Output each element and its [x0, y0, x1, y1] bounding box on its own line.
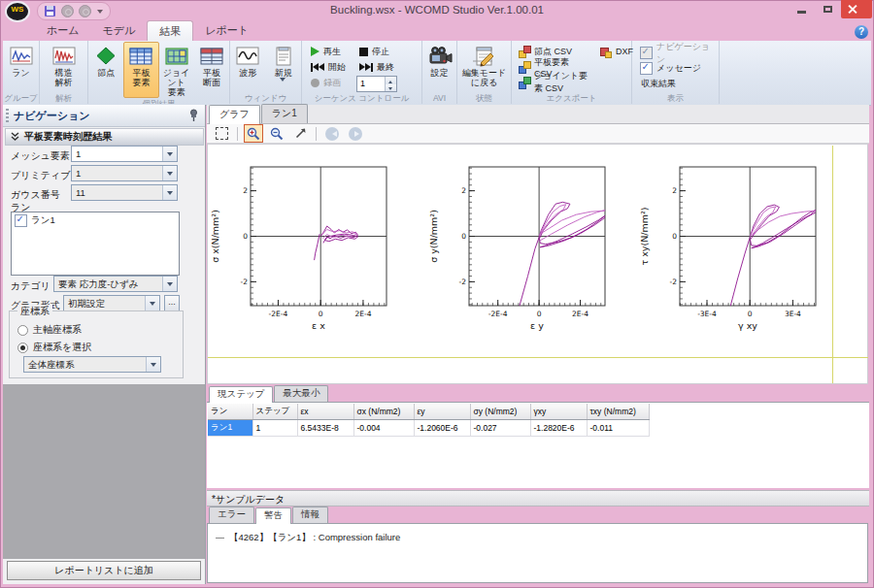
- select-coordinate-radio[interactable]: 座標系を選択: [17, 341, 91, 354]
- principal-axis-radio[interactable]: 主軸座標系: [17, 323, 82, 337]
- zoom-in-tool-button[interactable]: [244, 124, 263, 143]
- table-header-cell[interactable]: ラン: [208, 404, 252, 420]
- add-to-report-list-button[interactable]: レポートリストに追加: [7, 561, 201, 580]
- table-header-cell[interactable]: σx (N/mm2): [353, 404, 414, 420]
- run-list-item[interactable]: ラン1: [12, 212, 179, 229]
- zoom-out-tool-button[interactable]: [267, 124, 286, 143]
- dropdown-arrow-icon[interactable]: [162, 147, 177, 161]
- table-header-cell[interactable]: τxy (N/mm2): [587, 404, 649, 420]
- table-row[interactable]: ラン116.5433E-8-0.004-1.2060E-6-0.027-1.28…: [208, 420, 649, 437]
- tab-current-step[interactable]: 現ステップ: [209, 386, 273, 403]
- message-tab-bar: エラー 警告 情報: [207, 507, 869, 523]
- close-button[interactable]: [841, 0, 872, 18]
- checkbox-icon[interactable]: [15, 214, 27, 227]
- gauss-number-select[interactable]: 11: [71, 184, 178, 201]
- stop-icon: [359, 48, 368, 56]
- pin-icon[interactable]: [187, 109, 200, 122]
- diagonal-arrow-icon: [294, 127, 307, 140]
- graph-canvas[interactable]: -2E-402E-4-202ε xσ x(N/mm²) -2E-402E-4-2…: [207, 144, 868, 384]
- step-spinner[interactable]: 1: [356, 76, 397, 92]
- waveform-window-button[interactable]: 波形: [230, 42, 266, 92]
- spinner-arrows[interactable]: [385, 77, 396, 91]
- dropdown-arrow-icon[interactable]: [162, 185, 177, 200]
- tab-result[interactable]: 結果: [147, 20, 193, 41]
- dropdown-arrow-icon[interactable]: [162, 277, 177, 291]
- minimize-button[interactable]: [789, 0, 815, 18]
- new-window-button[interactable]: 新規: [266, 42, 302, 92]
- message-visibility-checkbox[interactable]: メッセージ: [640, 62, 701, 76]
- graph-format-select[interactable]: 初期設定: [63, 295, 160, 311]
- tab-error[interactable]: エラー: [209, 506, 254, 523]
- export-joint-csv-button[interactable]: ジョイント要素 CSV: [516, 76, 591, 89]
- go-to-start-button[interactable]: 開始: [308, 60, 349, 74]
- stop-button[interactable]: 停止: [356, 45, 397, 58]
- plate-element-results-button[interactable]: 平板 要素: [123, 42, 158, 98]
- table-cell: -0.004: [353, 420, 414, 437]
- spinner-down-icon[interactable]: [386, 84, 396, 92]
- table-cell: -1.2060E-6: [414, 420, 470, 437]
- region-select-tool-button[interactable]: [212, 124, 231, 143]
- spinner-up-icon[interactable]: [386, 77, 396, 84]
- section-header-plate-element-history[interactable]: 平板要素時刻歴結果: [5, 128, 204, 146]
- convergence-results-button[interactable]: 収束結果: [640, 78, 676, 91]
- sample-data-header: *サンプルデータ: [207, 490, 869, 506]
- table-header-cell[interactable]: εy: [414, 404, 470, 420]
- table-header-cell[interactable]: σy (N/mm2): [470, 404, 530, 420]
- zoom-in-icon: [247, 127, 260, 141]
- table-cell: -1.2820E-6: [530, 420, 587, 437]
- navigation-panel-titlebar[interactable]: ナビゲーション: [3, 105, 205, 127]
- graph-format-more-button[interactable]: ...: [164, 295, 180, 311]
- avi-settings-button[interactable]: 設定: [422, 42, 456, 92]
- radio-icon: [17, 325, 28, 336]
- svg-text:0: 0: [243, 232, 248, 241]
- warning-message-item[interactable]: 【4262】【ラン1】 : Compression failure: [208, 524, 867, 544]
- skip-to-start-icon: [311, 63, 324, 72]
- help-icon[interactable]: [855, 25, 868, 39]
- tab-max-min[interactable]: 最大最小: [274, 385, 328, 402]
- svg-text:0: 0: [748, 310, 753, 318]
- table-header-cell[interactable]: γxy: [530, 404, 587, 420]
- ribbon: ラン グループ 構造 解析 解析 節点 平: [3, 41, 871, 106]
- dropdown-arrow-icon[interactable]: [145, 296, 159, 310]
- mesh-element-select[interactable]: 1: [71, 146, 178, 162]
- node-results-button[interactable]: 節点: [88, 42, 123, 98]
- run-listbox[interactable]: ラン1: [11, 212, 180, 276]
- go-to-last-button[interactable]: 最終: [356, 60, 397, 74]
- window-controls: [789, 0, 872, 19]
- back-to-edit-mode-button[interactable]: 編集モード に戻る: [458, 42, 511, 92]
- pan-tool-button[interactable]: [290, 124, 310, 143]
- dxf-icon: [600, 46, 612, 57]
- tab-home[interactable]: ホーム: [35, 20, 91, 41]
- toolbar-divider: [316, 127, 317, 141]
- zoom-out-icon: [270, 127, 284, 141]
- tab-info[interactable]: 情報: [292, 506, 328, 523]
- play-button[interactable]: 再生: [308, 45, 349, 58]
- tab-model[interactable]: モデル: [91, 20, 148, 41]
- table-header-cell[interactable]: ステップ: [252, 404, 297, 420]
- table-cell: ラン1: [208, 420, 252, 437]
- tab-warning[interactable]: 警告: [255, 507, 291, 524]
- tab-report[interactable]: レポート: [193, 20, 260, 41]
- svg-text:-2E-4: -2E-4: [488, 310, 508, 318]
- structural-analysis-icon: [52, 46, 76, 67]
- coordinate-system-select[interactable]: 全体座標系: [23, 356, 161, 373]
- structural-analysis-button[interactable]: 構造 解析: [46, 42, 83, 92]
- table-cell: 6.5433E-8: [297, 420, 353, 437]
- table-header-cell[interactable]: εx: [297, 404, 353, 420]
- dropdown-arrow-icon[interactable]: [146, 357, 160, 372]
- primitive-select[interactable]: 1: [71, 165, 178, 181]
- tab-graph[interactable]: グラフ: [209, 105, 260, 124]
- svg-text:ε x: ε x: [312, 320, 325, 331]
- drag-grip-icon[interactable]: [6, 109, 9, 122]
- plate-csv-icon: [519, 61, 530, 73]
- category-select[interactable]: 要素 応力度-ひずみ: [53, 276, 178, 292]
- plate-section-results-button[interactable]: 平板 断面: [194, 42, 229, 98]
- maximize-button[interactable]: [815, 0, 841, 18]
- ribbon-group-run: ラン グループ: [3, 41, 40, 104]
- new-window-dropdown-icon[interactable]: [280, 78, 286, 82]
- export-dxf-button[interactable]: DXF: [597, 45, 636, 58]
- run-button[interactable]: ラン: [3, 42, 39, 92]
- dropdown-arrow-icon[interactable]: [162, 166, 177, 180]
- tab-run1[interactable]: ラン1: [261, 104, 308, 123]
- joint-element-results-button[interactable]: ジョイント 要素: [159, 42, 194, 98]
